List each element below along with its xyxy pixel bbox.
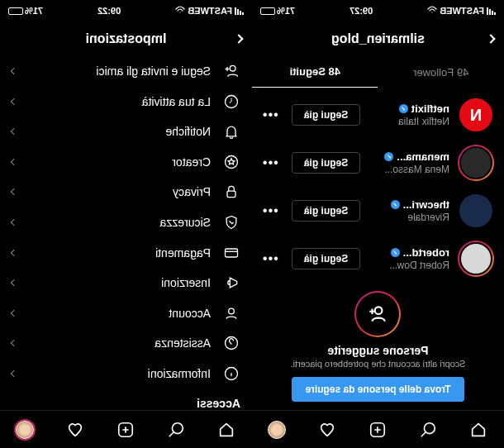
home-icon[interactable]: [470, 421, 488, 439]
follow-list: N netflixit ✓ Netflix Italia Segui già •…: [252, 88, 504, 410]
chevron-right-icon: [11, 98, 17, 105]
svg-point-8: [229, 308, 235, 314]
page-title: Impostazioni: [86, 31, 167, 46]
user-row[interactable]: N netflixit ✓ Netflix Italia Segui già •…: [252, 91, 504, 139]
signal-icon: [235, 7, 244, 15]
more-icon[interactable]: •••: [262, 251, 278, 266]
follower-tabs: 49 Follower 48 Seguiti: [252, 56, 504, 88]
user-row[interactable]: robertd... ✓ Robert Dow... Segui già •••: [252, 235, 504, 283]
chevron-right-icon: [11, 188, 17, 195]
svg-rect-7: [226, 249, 238, 257]
following-header: silmarien_blog: [252, 21, 504, 56]
chevron-right-icon: [11, 279, 17, 286]
avatar[interactable]: [458, 241, 494, 277]
user-meta: menama... ✓ Mena Masso...: [368, 150, 449, 175]
back-icon[interactable]: [486, 34, 495, 43]
chevron-right-icon: [11, 340, 17, 346]
suggest-icon: [355, 291, 402, 337]
activity-icon[interactable]: [319, 421, 337, 439]
lock-icon: [222, 183, 240, 200]
avatar[interactable]: [458, 145, 494, 181]
chevron-right-icon: [11, 369, 17, 376]
follow-toggle-button[interactable]: Segui già: [292, 104, 360, 126]
avatar[interactable]: [458, 193, 494, 229]
setting-row-star-badge[interactable]: Creator: [0, 147, 252, 178]
carrier: FASTWEB: [188, 6, 232, 16]
user-icon: [222, 305, 240, 322]
setting-label: Segui e invita gli amici: [28, 64, 211, 78]
follow-toggle-button[interactable]: Segui già: [292, 152, 360, 174]
setting-row-shield[interactable]: Sicurezza: [0, 207, 252, 238]
wifi-icon: [427, 6, 437, 16]
more-icon[interactable]: •••: [262, 107, 278, 122]
status-bar: FASTWEB 09:22 71%: [0, 0, 252, 21]
setting-row-user[interactable]: Account: [0, 298, 252, 328]
chevron-right-icon: [11, 249, 17, 255]
signal-icon: [487, 7, 496, 15]
svg-point-0: [375, 307, 383, 314]
chevron-right-icon: [11, 128, 17, 135]
shield-icon: [222, 214, 240, 231]
status-time: 09:22: [97, 6, 121, 16]
setting-row-megaphone[interactable]: Inserzioni: [0, 268, 252, 298]
username: menama...: [397, 150, 449, 163]
profile-icon[interactable]: [17, 421, 35, 439]
more-icon[interactable]: •••: [262, 155, 278, 170]
display-name: Netflix Italia: [368, 116, 449, 127]
more-icon[interactable]: •••: [262, 203, 278, 218]
user-row[interactable]: menama... ✓ Mena Masso... Segui già •••: [252, 139, 504, 187]
suggestion-section: Persone suggerite Scopri altri account c…: [252, 283, 504, 402]
svg-rect-6: [227, 192, 235, 198]
setting-row-person-add[interactable]: Segui e invita gli amici: [0, 56, 252, 87]
suggest-title: Persone suggerite: [327, 344, 428, 357]
user-meta: netflixit ✓ Netflix Italia: [368, 102, 449, 127]
username: thecwri...: [403, 198, 449, 211]
back-icon[interactable]: [234, 34, 243, 43]
info-icon: [222, 365, 240, 382]
chevron-right-icon: [11, 309, 17, 316]
carrier: FASTWEB: [440, 6, 484, 16]
setting-row-bell[interactable]: Notifiche: [0, 117, 252, 147]
setting-label: Account: [28, 307, 211, 320]
svg-point-11: [173, 422, 183, 433]
chevron-right-icon: [11, 219, 17, 226]
find-people-button[interactable]: Trova delle persone da seguire: [292, 377, 464, 402]
wifi-icon: [175, 6, 185, 16]
profile-icon[interactable]: [269, 421, 287, 439]
activity-icon[interactable]: [67, 421, 85, 439]
setting-label: Creator: [28, 155, 211, 169]
setting-row-lock[interactable]: Privacy: [0, 177, 252, 207]
avatar[interactable]: N: [458, 97, 494, 133]
setting-row-help[interactable]: Assistenza: [0, 328, 252, 359]
battery-icon: 71%: [260, 6, 295, 16]
setting-label: Assistenza: [28, 336, 211, 350]
status-bar: FASTWEB 09:27 71%: [252, 0, 504, 21]
setting-label: Pagamenti: [28, 246, 211, 260]
user-row[interactable]: thecwri... ✓ Riverdale Segui già •••: [252, 187, 504, 235]
follow-toggle-button[interactable]: Segui già: [292, 200, 360, 222]
setting-row-card[interactable]: Pagamenti: [0, 237, 252, 268]
bottom-nav: [252, 410, 504, 448]
help-icon: [222, 335, 240, 351]
home-icon[interactable]: [218, 421, 236, 439]
setting-row-clock[interactable]: La tua attività: [0, 87, 252, 117]
tab-following[interactable]: 48 Seguiti: [252, 56, 378, 88]
setting-label: La tua attività: [28, 95, 211, 108]
username: robertd...: [403, 246, 449, 259]
section-header-accessi: Accessi: [0, 388, 252, 410]
display-name: Riverdale: [368, 212, 449, 223]
star-badge-icon: [222, 154, 240, 170]
new-post-icon[interactable]: [117, 421, 136, 439]
tab-followers[interactable]: 49 Follower: [378, 56, 505, 88]
follow-toggle-button[interactable]: Segui già: [292, 248, 360, 269]
search-icon[interactable]: [168, 421, 186, 439]
search-icon[interactable]: [420, 421, 438, 439]
person-add-icon: [222, 63, 240, 79]
display-name: Robert Dow...: [368, 260, 449, 271]
setting-label: Privacy: [28, 185, 211, 198]
setting-label: Informazioni: [28, 367, 211, 380]
card-icon: [222, 245, 240, 261]
setting-label: Inserzioni: [28, 276, 211, 289]
setting-row-info[interactable]: Informazioni: [0, 358, 252, 388]
new-post-icon[interactable]: [369, 421, 388, 439]
